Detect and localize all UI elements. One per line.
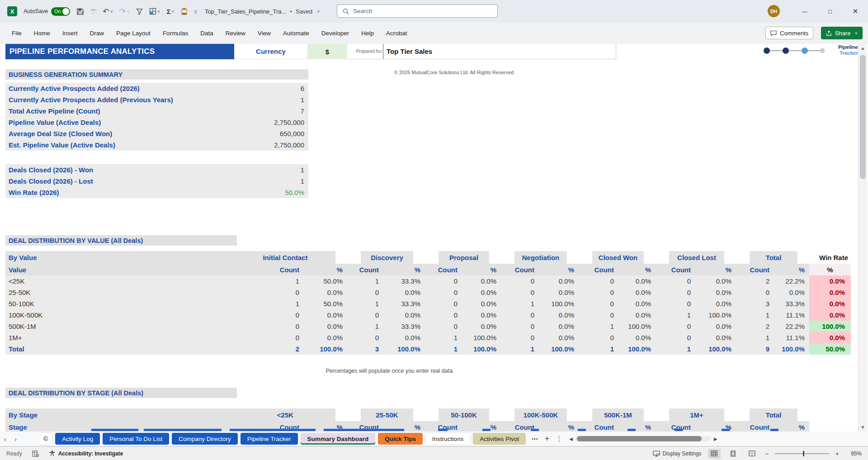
- value-cell[interactable]: 100.0%: [539, 343, 579, 355]
- spellcheck-icon[interactable]: abc✓: [90, 5, 96, 17]
- value-cell[interactable]: 100.0%: [462, 332, 501, 343]
- count-header-cell[interactable]: Count: [347, 264, 383, 275]
- value-group-header-label[interactable]: 1M+: [669, 408, 724, 421]
- summary-row-value[interactable]: 2,750,000: [227, 141, 308, 149]
- value-cell[interactable]: 22.2%: [774, 275, 809, 287]
- display-settings-button[interactable]: Display Settings: [653, 451, 702, 457]
- value-cell[interactable]: 0: [235, 287, 304, 298]
- ribbon-tab-acrobat[interactable]: Acrobat: [386, 30, 407, 37]
- summary-row-value[interactable]: 1: [227, 177, 308, 185]
- summary-row[interactable]: Currently Active Prospects Added (2026)6: [5, 83, 308, 94]
- avatar[interactable]: DH: [768, 5, 780, 17]
- minimize-button[interactable]: ─: [792, 0, 817, 23]
- value-row-label[interactable]: 50-100K: [5, 298, 235, 309]
- win-rate-cell[interactable]: 0.0%: [809, 309, 851, 321]
- value-cell[interactable]: 0.0%: [539, 287, 579, 298]
- ribbon-tab-view[interactable]: View: [258, 30, 271, 37]
- value-group-header-label[interactable]: Total: [750, 408, 797, 421]
- value-cell[interactable]: 1: [235, 275, 304, 287]
- search-input[interactable]: Search: [337, 5, 498, 18]
- value-cell[interactable]: 0.0%: [383, 332, 425, 343]
- value-cell[interactable]: 0.0%: [695, 287, 736, 298]
- zoom-level[interactable]: 95%: [845, 451, 862, 457]
- value-cell[interactable]: 0: [501, 275, 539, 287]
- win-rate-cell[interactable]: 100.0%: [809, 321, 851, 332]
- stage-group-header-label[interactable]: Closed Won: [592, 251, 644, 264]
- value-section-header[interactable]: DEAL DISTRIBUTION BY VALUE (All Deals): [5, 235, 237, 246]
- save-status[interactable]: Saved: [296, 8, 312, 15]
- value-cell[interactable]: 11.1%: [774, 332, 809, 343]
- value-cell[interactable]: 0: [501, 332, 539, 343]
- accessibility-status[interactable]: Accessibility: Investigate: [49, 450, 123, 457]
- macro-record-icon[interactable]: [32, 451, 39, 457]
- value-cell[interactable]: 0: [347, 332, 383, 343]
- table-row-header-title[interactable]: By Value: [5, 251, 235, 264]
- summary-row[interactable]: Est. Pipeline Value (Active Deals)2,750,…: [5, 139, 308, 151]
- stage-group-header-label[interactable]: Negotiation: [514, 251, 567, 264]
- pct-header-cell[interactable]: %: [695, 264, 736, 275]
- value-cell[interactable]: 0.0%: [304, 321, 347, 332]
- win-rate-cell[interactable]: 0.0%: [809, 275, 851, 287]
- value-cell[interactable]: 0.0%: [304, 287, 347, 298]
- value-cell[interactable]: 0.0%: [383, 287, 425, 298]
- count-header-cell[interactable]: Count: [736, 421, 774, 432]
- value-cell[interactable]: 0.0%: [618, 332, 656, 343]
- value-cell[interactable]: 0.0%: [695, 298, 736, 309]
- stage-group-header-label[interactable]: Proposal: [439, 251, 489, 264]
- value-cell[interactable]: 33.3%: [774, 298, 809, 309]
- stage-group-header-label[interactable]: Initial Contact: [235, 251, 335, 264]
- pct-header-cell[interactable]: %: [304, 264, 347, 275]
- value-cell[interactable]: 1: [656, 343, 695, 355]
- close-button[interactable]: ✕: [843, 0, 868, 23]
- value-group-header-label[interactable]: <25K: [235, 408, 335, 421]
- value-cell[interactable]: 100.0%: [618, 321, 656, 332]
- value-group-header-label[interactable]: 500K-1M: [592, 408, 644, 421]
- value-cell[interactable]: 0.0%: [618, 275, 656, 287]
- sheet-tab-company-directory[interactable]: Company Directory: [172, 433, 238, 445]
- value-cell[interactable]: 100.0%: [618, 343, 656, 355]
- value-row-label[interactable]: 1M+: [5, 332, 235, 343]
- value-cell[interactable]: 0: [656, 287, 695, 298]
- value-cell[interactable]: 1: [501, 298, 539, 309]
- customize-toolbar-icon[interactable]: —∨: [194, 5, 198, 17]
- value-cell[interactable]: 0.0%: [304, 332, 347, 343]
- value-cell[interactable]: 100.0%: [695, 343, 736, 355]
- value-cell[interactable]: 0.0%: [304, 309, 347, 321]
- value-cell[interactable]: 11.1%: [774, 309, 809, 321]
- value-cell[interactable]: 1: [425, 332, 462, 343]
- scroll-up-icon[interactable]: ▲: [859, 46, 867, 51]
- value-cell[interactable]: 0: [235, 332, 304, 343]
- count-header-cell[interactable]: Count: [736, 264, 774, 275]
- value-cell[interactable]: 0.0%: [618, 287, 656, 298]
- value-cell[interactable]: 0.0%: [695, 321, 736, 332]
- summary-row[interactable]: Pipeline Value (Active Deals)2,750,000: [5, 117, 308, 128]
- hscroll-track[interactable]: [576, 436, 711, 441]
- value-cell[interactable]: 0: [579, 309, 618, 321]
- value-cell[interactable]: 0: [425, 298, 462, 309]
- value-row-label[interactable]: Total: [5, 343, 235, 355]
- stage-table-row-header-title[interactable]: By Stage: [5, 408, 235, 421]
- value-cell[interactable]: 1: [347, 298, 383, 309]
- pct-header-cell[interactable]: %: [618, 264, 656, 275]
- summary-row-value[interactable]: 7: [227, 107, 308, 115]
- autosave-toggle[interactable]: AutoSave On: [24, 7, 70, 16]
- value-cell[interactable]: 0.0%: [774, 287, 809, 298]
- summary-row-value[interactable]: 650,000: [227, 130, 308, 138]
- win-rate-header[interactable]: Win Rate: [809, 251, 851, 264]
- value-cell[interactable]: 0: [347, 309, 383, 321]
- hscroll-thumb[interactable]: [577, 436, 702, 441]
- autosave-switch[interactable]: On: [51, 7, 70, 16]
- zoom-out-icon[interactable]: −: [765, 450, 769, 457]
- pct-header-cell[interactable]: %: [774, 421, 809, 432]
- count-header-cell[interactable]: Count: [235, 264, 304, 275]
- vertical-scrollbar[interactable]: ▲ ▼: [858, 44, 867, 432]
- summary-row-value[interactable]: 1: [227, 96, 308, 104]
- hscroll-right-icon[interactable]: ▶: [714, 436, 717, 441]
- new-sheet-icon[interactable]: +: [542, 434, 553, 444]
- spreadsheet-area[interactable]: PIPELINE PERFORMANCE ANALYTICS Currency …: [0, 44, 868, 432]
- save-icon[interactable]: [76, 5, 84, 17]
- value-subheader[interactable]: Value: [5, 264, 235, 275]
- value-cell[interactable]: 1: [235, 298, 304, 309]
- value-cell[interactable]: 0: [425, 287, 462, 298]
- summary-row[interactable]: Average Deal Size (Closed Won)650,000: [5, 128, 308, 139]
